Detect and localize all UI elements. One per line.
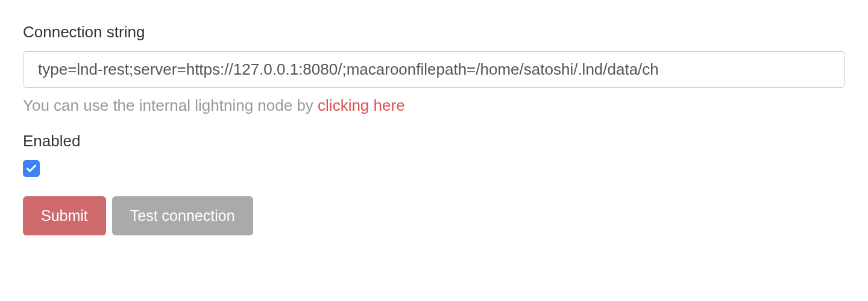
- internal-node-link[interactable]: clicking here: [318, 96, 405, 114]
- enabled-group: Enabled: [23, 132, 845, 177]
- enabled-label: Enabled: [23, 132, 845, 150]
- checkmark-icon: [25, 163, 37, 175]
- help-text-prefix: You can use the internal lightning node …: [23, 96, 318, 114]
- enabled-checkbox[interactable]: [23, 160, 40, 177]
- submit-button[interactable]: Submit: [23, 196, 106, 235]
- test-connection-button[interactable]: Test connection: [112, 196, 253, 235]
- connection-string-label: Connection string: [23, 23, 845, 42]
- connection-string-help: You can use the internal lightning node …: [23, 96, 845, 115]
- connection-string-group: Connection string You can use the intern…: [23, 23, 845, 115]
- button-row: Submit Test connection: [23, 196, 845, 235]
- connection-string-input[interactable]: [23, 51, 845, 88]
